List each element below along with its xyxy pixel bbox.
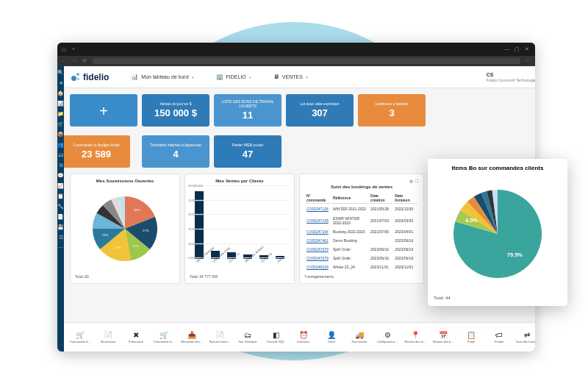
sidebar-item-14[interactable]: 📑 [57, 213, 64, 220]
sidebar-item-9[interactable]: ⚙ [57, 162, 64, 168]
kpi-tile-5[interactable]: Commande vs Budget Achat23 589 [64, 135, 130, 168]
pie-label: 11% [102, 233, 109, 237]
app-logo[interactable]: fidelio [71, 72, 109, 82]
sidebar-item-2[interactable]: 🏠 [57, 90, 64, 96]
toolbar-label: Indicateur [290, 340, 317, 343]
sidebar-item-6[interactable]: 📦 [57, 131, 64, 138]
toolbar-item-5[interactable]: 📄Facture fourni… [207, 331, 233, 343]
toolbar-label: Gestion des lo… [402, 340, 429, 343]
pie-label: 79.5% [507, 252, 523, 258]
tile-value: + [99, 103, 108, 120]
expand-icon[interactable]: ⛶ [415, 179, 419, 183]
sidebar-item-15[interactable]: 💾 [57, 224, 64, 230]
panel-footer: Total: 34 777 000 [190, 274, 290, 279]
toolbar-item-11[interactable]: ⚙Configurateur… [374, 331, 401, 343]
table-cell: ESWR WINTER 2022-2023 [332, 214, 368, 227]
table-cell[interactable]: CO00248103 [306, 263, 331, 271]
panel-title: Items Bo sur commandes clients [434, 165, 562, 171]
sidebar-item-16[interactable]: ☰ [57, 234, 64, 240]
table-cell: 2021/07/06 [370, 228, 392, 235]
toolbar-item-13[interactable]: 📅Gestion des b… [430, 331, 456, 343]
sidebar-item-17[interactable]: ⋯ [57, 244, 64, 251]
toolbar-item-8[interactable]: ⏰Indicateur [290, 331, 317, 343]
kpi-tile-7[interactable]: Panier WEB ouvert47 [214, 135, 282, 168]
toolbar-icon: 📅 [439, 331, 448, 339]
toolbar-item-0[interactable]: 🛒Commande d… [67, 331, 93, 343]
browser-menu-icon[interactable]: ⋯ [525, 58, 531, 64]
y-tick-label: 10,000.000 [188, 241, 203, 245]
window-close-icon[interactable]: ✕ [525, 46, 531, 52]
pie-label: 19% [134, 208, 140, 212]
sidebar-item-1[interactable]: ★ [57, 79, 64, 86]
sidebar-item-10[interactable]: 💬 [57, 172, 64, 179]
table-row[interactable]: CO00247461Demo Booking2023/06/16 [306, 237, 417, 244]
toolbar-icon: ⚙ [384, 331, 391, 339]
toolbar-item-10[interactable]: 🚚Fournisseur [346, 331, 373, 343]
table-cell[interactable]: CO00247164 [306, 228, 331, 235]
table-cell[interactable]: CO00247679 [306, 246, 331, 253]
toolbar-item-14[interactable]: 📋Projet [458, 331, 484, 343]
kpi-tile-0[interactable]: + [70, 94, 137, 126]
kpi-tile-2[interactable]: LISTE DES BONS DE TRAVAIL OUVERTS11 [214, 94, 282, 126]
user-initials: CS [487, 72, 494, 77]
toolbar-item-2[interactable]: ✖Fabrication [123, 331, 149, 343]
table-header[interactable]: Date livraison [394, 193, 417, 204]
nav-back-icon[interactable]: ← [62, 58, 68, 64]
toolbar-item-9[interactable]: 👤Client [318, 331, 345, 343]
top-company-selector[interactable]: 🏢 FIDELIO ▾ [216, 74, 251, 80]
toolbar-label: Projet [458, 340, 484, 343]
toolbar-item-1[interactable]: 📄Soumission [95, 331, 121, 343]
toolbar-item-3[interactable]: 🛒Commande d… [151, 331, 177, 343]
tile-value: 150 000 $ [154, 107, 197, 118]
table-cell[interactable]: CO00247461 [306, 237, 331, 244]
table-row[interactable]: CO00247679Spift Order2023/06/162023/06/1… [306, 254, 417, 262]
toolbar-item-6[interactable]: 🗂Vue d'analyse [234, 331, 261, 343]
kpi-tile-3[interactable]: Lot avec date expiration307 [286, 94, 354, 126]
toolbar-label: Commande d… [151, 340, 177, 343]
kpi-tile-1[interactable]: Ventes du jour en $150 000 $ [142, 94, 209, 126]
table-cell[interactable]: CO00247126 [306, 205, 331, 213]
sidebar-item-12[interactable]: 📋 [57, 193, 64, 199]
toolbar-item-7[interactable]: ◧Console SQL [262, 331, 289, 343]
sidebar-item-11[interactable]: 📈 [57, 182, 64, 189]
tile-title: Ventes du jour en $ [159, 102, 191, 107]
table-header[interactable]: Référence [332, 193, 368, 204]
sidebar-item-0[interactable]: 🔍 [57, 69, 64, 76]
table-cell: 2023/11/01 [370, 263, 392, 271]
table-header[interactable]: N° commande [306, 193, 331, 204]
grid-icon[interactable]: ▦ [409, 179, 413, 183]
sidebar-item-4[interactable]: 📁 [57, 110, 64, 117]
table-row[interactable]: CO00247164Booking 2022-20232021/07/06202… [306, 228, 417, 235]
table-row[interactable]: CO00247145ESWR WINTER 2022-20232021/07/0… [306, 214, 417, 227]
window-min-icon[interactable]: — [504, 46, 510, 52]
sidebar-item-5[interactable]: 🛒 [57, 121, 64, 127]
table-row[interactable]: CO00247126WINTER 2021-20222021/05/282022… [306, 205, 417, 213]
top-user[interactable]: CS Fidelio Commsoft Technologies [487, 72, 535, 82]
sidebar-item-7[interactable]: 👥 [57, 141, 64, 148]
toolbar-item-16[interactable]: ⇄Suivi des trans… [514, 331, 535, 343]
table-cell[interactable]: CO00247145 [306, 214, 331, 227]
table-row[interactable]: CO00247679Spift Order2023/06/162023/06/1… [306, 246, 417, 253]
kpi-tile-6[interactable]: Transferts Internes à Approuver4 [142, 135, 209, 168]
kpi-tile-4[interactable]: Livraisons à facturer3 [358, 94, 426, 126]
window-max-icon[interactable]: ▢ [514, 46, 520, 52]
table-cell: Booking 2022-2023 [332, 228, 368, 235]
sidebar-item-3[interactable]: 📊 [57, 100, 64, 107]
panel-footer: 7 enregistrements [304, 274, 419, 279]
sidebar-item-8[interactable]: 🗂 [57, 152, 64, 158]
toolbar-item-15[interactable]: 🏷Produit [486, 331, 512, 343]
table-row[interactable]: CO00248103Winter 23_242023/11/012023/11/… [306, 263, 417, 271]
nav-fwd-icon[interactable]: → [72, 58, 78, 64]
tab-add-icon[interactable]: + [72, 46, 78, 52]
address-input[interactable] [93, 58, 520, 64]
top-dashboard-selector[interactable]: 📊 Mon tableau de bord ▾ [131, 74, 193, 80]
toolbar-item-4[interactable]: 📥Réception des… [179, 331, 205, 343]
sidebar-item-13[interactable]: 🔧 [57, 203, 64, 210]
nav-reload-icon[interactable]: ⟳ [82, 58, 88, 64]
table-header[interactable]: Date création [370, 193, 392, 204]
top-module-selector[interactable]: 🖥 VENTES ▾ [273, 74, 308, 80]
table-cell: 2023/03/30 [394, 214, 417, 227]
monitor-icon: 🖥 [273, 74, 279, 80]
table-cell[interactable]: CO00247679 [306, 254, 331, 262]
toolbar-item-12[interactable]: 📍Gestion des lo… [402, 331, 429, 343]
